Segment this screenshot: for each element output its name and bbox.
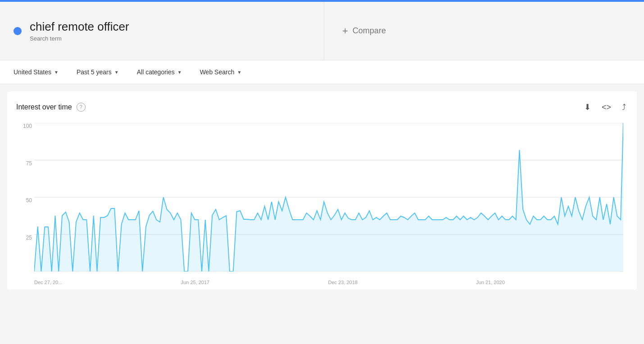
search-term-info: chief remote officer Search term — [30, 19, 129, 43]
embed-icon: <> — [602, 103, 611, 112]
chart-title-area: Interest over time ? — [16, 103, 86, 112]
share-icon: ⤴ — [622, 103, 626, 112]
region-chevron: ▼ — [54, 70, 59, 75]
chart-header: Interest over time ? ⬇ <> ⤴ — [16, 100, 628, 114]
header: chief remote officer Search term + Compa… — [0, 2, 644, 60]
compare-label: Compare — [353, 26, 386, 36]
download-button[interactable]: ⬇ — [582, 100, 593, 114]
chart-svg — [34, 123, 623, 272]
y-label-75: 75 — [16, 160, 32, 167]
time-range-filter[interactable]: Past 5 years ▼ — [72, 66, 123, 78]
x-label-2: Jun 25, 2017 — [181, 280, 210, 285]
plus-icon: + — [342, 25, 348, 37]
time-range-label: Past 5 years — [77, 68, 112, 76]
blue-dot — [14, 27, 22, 35]
search-type-chevron: ▼ — [237, 70, 241, 75]
x-label-4: Jun 21, 2020 — [476, 280, 505, 285]
compare-section: + Compare — [324, 2, 644, 60]
help-question-mark: ? — [79, 104, 82, 110]
y-label-50: 50 — [16, 197, 32, 204]
search-type-filter[interactable]: Web Search ▼ — [195, 66, 246, 78]
category-filter[interactable]: All categories ▼ — [132, 66, 186, 78]
chart-actions: ⬇ <> ⤴ — [582, 100, 628, 114]
filters-bar: United States ▼ Past 5 years ▼ All categ… — [0, 60, 644, 84]
help-icon[interactable]: ? — [77, 103, 86, 112]
category-chevron: ▼ — [177, 70, 182, 75]
y-label-100: 100 — [16, 123, 32, 129]
embed-button[interactable]: <> — [600, 101, 613, 114]
share-button[interactable]: ⤴ — [620, 101, 628, 114]
region-label: United States — [14, 68, 51, 76]
time-range-chevron: ▼ — [114, 70, 119, 75]
search-term-label: Search term — [30, 35, 62, 42]
x-label-3: Dec 23, 2018 — [328, 280, 357, 285]
chart-section: Interest over time ? ⬇ <> ⤴ 100 75 50 25 — [7, 91, 637, 290]
compare-button[interactable]: + Compare — [342, 25, 386, 37]
x-label-1: Dec 27, 20... — [34, 280, 62, 285]
y-axis: 100 75 50 25 — [16, 123, 32, 272]
y-label-25: 25 — [16, 235, 32, 241]
chart-title: Interest over time — [16, 103, 72, 111]
download-icon: ⬇ — [584, 103, 591, 112]
region-filter[interactable]: United States ▼ — [9, 66, 63, 78]
x-axis: Dec 27, 20... Jun 25, 2017 Dec 23, 2018 … — [34, 280, 623, 285]
search-term-section: chief remote officer Search term — [0, 2, 324, 60]
chart-container: 100 75 50 25 Dec 27, 20... Jun 25, 2017 — [16, 123, 628, 285]
category-label: All categories — [137, 68, 175, 76]
search-term-title: chief remote officer — [30, 19, 129, 35]
search-type-label: Web Search — [200, 68, 235, 76]
